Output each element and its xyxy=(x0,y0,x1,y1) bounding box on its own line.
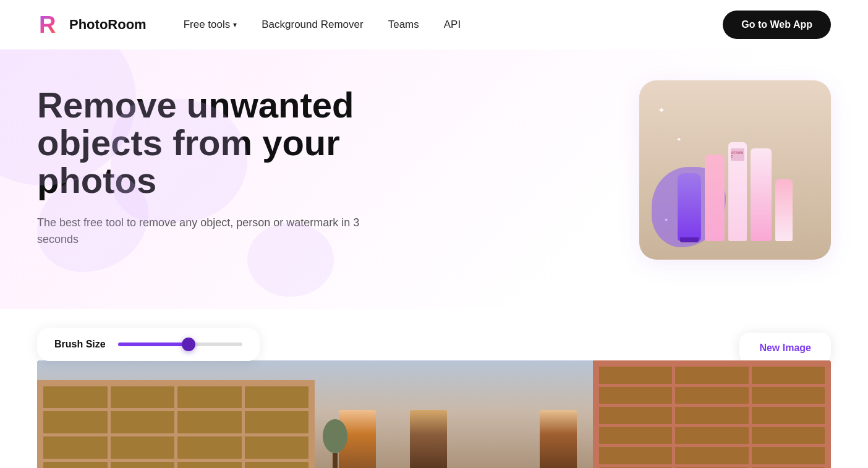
brush-size-label: Brush Size xyxy=(54,339,106,350)
product-bottle-5 xyxy=(775,179,793,241)
hero-section: Remove unwanted objects from your photos… xyxy=(0,49,868,309)
building-right xyxy=(593,360,831,468)
svg-text:R: R xyxy=(39,12,56,38)
product-bottle-3: VITAMIN C xyxy=(728,142,747,241)
building-windows-right xyxy=(599,367,825,468)
hero-text-block: Remove unwanted objects from your photos… xyxy=(37,74,615,248)
go-to-web-app-button[interactable]: Go to Web App xyxy=(723,11,831,39)
product-bottle-2 xyxy=(705,155,725,241)
sparkle-icon-3: ★ xyxy=(664,217,668,223)
hero-image-placeholder: VITAMIN C ✦ ✦ ★ xyxy=(639,80,831,260)
demo-street-photo: COFFEE xyxy=(37,360,831,468)
nav-teams[interactable]: Teams xyxy=(388,19,419,31)
photoroom-logo-icon: R xyxy=(37,12,63,38)
new-image-button[interactable]: New Image xyxy=(739,333,831,364)
tree-center xyxy=(323,419,347,468)
nav-api[interactable]: API xyxy=(444,19,461,31)
sparkle-icon: ✦ xyxy=(658,105,665,115)
logo-wordmark: PhotoRoom xyxy=(69,17,147,33)
product-shelf: VITAMIN C xyxy=(639,142,831,241)
nav-background-remover[interactable]: Background Remover xyxy=(262,19,363,31)
brush-size-thumb[interactable] xyxy=(182,338,195,351)
logo-link[interactable]: R PhotoRoom xyxy=(37,12,147,38)
hero-title: Remove unwanted objects from your photos xyxy=(37,87,420,200)
person-2 xyxy=(410,410,447,468)
hero-subtitle: The best free tool to remove any object,… xyxy=(37,215,371,248)
nav-links: Free tools ▾ Background Remover Teams AP… xyxy=(184,19,723,31)
demo-tool-area: Brush Size New Image xyxy=(0,328,868,468)
sparkle-icon-2: ✦ xyxy=(676,136,681,143)
product-bottle-1 xyxy=(678,173,701,241)
product-bottle-4 xyxy=(751,148,772,241)
chevron-down-icon: ▾ xyxy=(233,20,237,29)
brush-size-panel: Brush Size xyxy=(37,328,260,361)
brush-size-slider[interactable] xyxy=(118,342,242,346)
navbar: R PhotoRoom Free tools ▾ Background Remo… xyxy=(0,0,868,49)
hero-product-image: VITAMIN C ✦ ✦ ★ xyxy=(639,80,831,260)
building-windows-left xyxy=(43,386,308,469)
person-3 xyxy=(540,410,577,468)
building-left xyxy=(37,380,315,469)
nav-free-tools[interactable]: Free tools ▾ xyxy=(184,19,237,31)
